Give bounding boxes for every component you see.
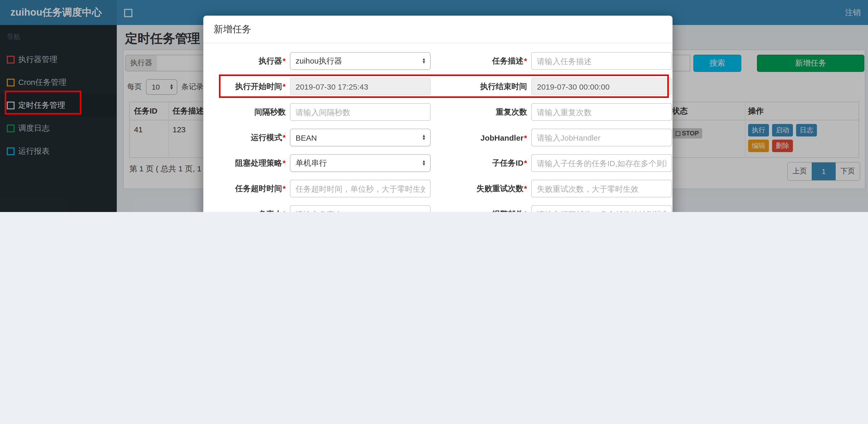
select-arrows-icon: ▲▼ xyxy=(422,160,426,166)
job-desc-label: 任务描述* xyxy=(435,56,527,66)
block-strategy-select[interactable]: 单机串行 ▲▼ xyxy=(290,154,431,172)
owner-input[interactable] xyxy=(290,205,431,212)
form-row-2: 执行开始时间* 执行结束时间 xyxy=(207,77,673,95)
form-row-1: 执行器* zuihou执行器 ▲▼ 任务描述* xyxy=(207,52,673,70)
block-strategy-select-value: 单机串行 xyxy=(296,158,327,168)
required-asterisk: * xyxy=(524,133,527,142)
block-strategy-label: 阻塞处理策略* xyxy=(207,158,286,168)
required-asterisk: * xyxy=(283,56,286,65)
start-time-label: 执行开始时间* xyxy=(207,81,286,91)
required-asterisk: * xyxy=(283,184,286,192)
run-mode-select[interactable]: BEAN ▲▼ xyxy=(290,129,431,146)
interval-input[interactable] xyxy=(290,103,431,121)
required-asterisk: * xyxy=(524,209,527,212)
required-asterisk: * xyxy=(524,158,527,167)
job-handler-input[interactable] xyxy=(531,129,672,146)
start-time-input[interactable] xyxy=(290,77,431,95)
select-arrows-icon: ▲▼ xyxy=(422,134,426,141)
interval-label: 间隔秒数 xyxy=(207,107,286,117)
owner-label: 负责人* xyxy=(207,209,286,212)
executor-select[interactable]: zuihou执行器 ▲▼ xyxy=(290,52,431,70)
required-asterisk: * xyxy=(283,133,286,141)
job-handler-label: JobHandler* xyxy=(435,133,527,142)
app-root: zuihou任务调度中心 注销 导航 执行器管理 Cron任务管理 定时任务管理… xyxy=(0,0,868,212)
select-arrows-icon: ▲▼ xyxy=(422,58,426,64)
end-time-input[interactable] xyxy=(531,77,672,95)
modal-header: 新增任务 xyxy=(203,15,673,43)
executor-select-value: zuihou执行器 xyxy=(296,56,342,66)
alarm-email-input[interactable] xyxy=(531,205,672,212)
repeat-input[interactable] xyxy=(531,103,672,121)
required-asterisk: * xyxy=(524,56,527,65)
required-asterisk: * xyxy=(283,81,286,90)
child-job-label: 子任务ID* xyxy=(435,158,527,168)
retry-label: 失败重试次数* xyxy=(435,184,527,194)
child-job-input[interactable] xyxy=(531,154,672,172)
modal-body: 执行器* zuihou执行器 ▲▼ 任务描述* 执行开始时间* 执行结束时间 间… xyxy=(203,43,673,212)
executor-label: 执行器* xyxy=(207,56,286,66)
repeat-label: 重复次数 xyxy=(435,107,527,117)
required-asterisk: * xyxy=(524,184,527,192)
run-mode-select-value: BEAN xyxy=(296,133,317,142)
required-asterisk: * xyxy=(283,209,286,212)
retry-input[interactable] xyxy=(531,180,672,197)
form-row-4: 运行模式* BEAN ▲▼ JobHandler* xyxy=(207,129,673,146)
form-row-3: 间隔秒数 重复次数 xyxy=(207,103,673,121)
alarm-email-label: 报警邮件* xyxy=(435,209,527,212)
add-task-modal: 新增任务 执行器* zuihou执行器 ▲▼ 任务描述* 执行开始时间* 执行结… xyxy=(203,15,673,212)
required-asterisk: * xyxy=(283,158,286,167)
run-mode-label: 运行模式* xyxy=(207,133,286,142)
form-row-7: 负责人* 报警邮件* xyxy=(207,205,673,212)
timeout-input[interactable] xyxy=(290,180,431,197)
form-row-5: 阻塞处理策略* 单机串行 ▲▼ 子任务ID* xyxy=(207,154,673,172)
timeout-label: 任务超时时间* xyxy=(207,184,286,194)
job-desc-input[interactable] xyxy=(531,52,672,70)
form-row-6: 任务超时时间* 失败重试次数* xyxy=(207,180,673,197)
modal-title: 新增任务 xyxy=(214,23,251,35)
end-time-label: 执行结束时间 xyxy=(435,81,527,91)
